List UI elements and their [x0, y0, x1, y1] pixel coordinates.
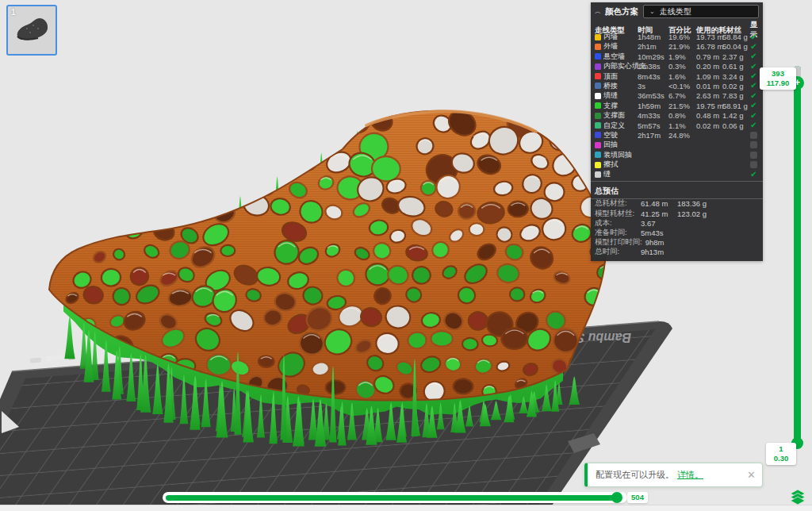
- total-value-2: 123.02 g: [677, 209, 707, 218]
- cell-wt: 7.83 g: [722, 91, 749, 100]
- display-checkbox-checked[interactable]: ✔: [750, 92, 756, 100]
- cell-pct: 0.3%: [668, 62, 696, 71]
- table-header: 走线类型 时间 百分比 使用的耗材丝 显示: [591, 20, 763, 32]
- total-row: 模型耗材丝:41.25 m123.02 g: [591, 209, 763, 218]
- total-label: 成本:: [595, 218, 641, 229]
- line-type-dropdown-value: 走线类型: [660, 6, 691, 17]
- upgrade-notification: 配置现在可以升级。 详情。 ✕: [584, 463, 763, 487]
- line-type-swatch: [595, 83, 601, 89]
- move-slider-value: 504: [627, 492, 648, 503]
- display-checkbox-unchecked[interactable]: [750, 132, 757, 139]
- total-value-1: 3.67: [641, 219, 677, 228]
- cell-time: 10m29s: [638, 52, 668, 61]
- line-type-row: 外墙2h1m21.9%16.78 m50.04 g✔: [591, 41, 763, 51]
- cell-len: 19.75 m: [696, 102, 722, 110]
- total-value-1: 9h8m: [645, 238, 682, 247]
- cell-pct: 21.9%: [668, 42, 696, 51]
- cell-wt: 0.06 g: [722, 121, 749, 130]
- color-scheme-panel: ︿ 颜色方案 ⌄ 走线类型 走线类型 时间 百分比 使用的耗材丝 显示 内墙1h…: [591, 2, 763, 261]
- line-type-label: 自定义: [603, 121, 625, 131]
- line-type-row: 装填回抽: [591, 150, 763, 159]
- plate-thumbnail-index: 1: [11, 8, 16, 17]
- line-type-label: 擦拭: [603, 159, 618, 170]
- cell-time: 1h59m: [638, 102, 668, 110]
- line-type-swatch: [595, 102, 601, 109]
- line-type-row: 支撑面4m33s0.8%0.48 m1.42 g✔: [591, 110, 763, 120]
- cell-time: 1h48m: [638, 33, 668, 41]
- cell-pct: 6.7%: [668, 91, 696, 100]
- cell-len: 0.20 m: [696, 62, 722, 71]
- display-checkbox-unchecked[interactable]: [750, 141, 757, 148]
- total-label: 模型打印时间:: [595, 237, 642, 248]
- top-layer-number: 393: [762, 69, 794, 79]
- notification-details-link[interactable]: 详情。: [677, 469, 703, 481]
- cell-pct: 19.6%: [668, 33, 696, 41]
- line-type-row: 缝✔: [591, 169, 763, 179]
- line-type-label: 顶面: [603, 71, 618, 82]
- line-type-label: 桥接: [603, 81, 618, 91]
- line-type-swatch: [595, 44, 601, 50]
- display-checkbox-checked[interactable]: ✔: [750, 82, 756, 90]
- display-checkbox-checked[interactable]: ✔: [750, 171, 756, 179]
- cell-time: 3s: [638, 82, 668, 90]
- cell-len: 2.63 m: [696, 91, 722, 100]
- display-checkbox-checked[interactable]: ✔: [750, 121, 756, 129]
- cell-time: 2h1m: [638, 42, 668, 51]
- close-icon[interactable]: ✕: [747, 470, 756, 480]
- cell-time: 5m57s: [638, 121, 668, 130]
- line-type-dropdown[interactable]: ⌄ 走线类型: [643, 5, 759, 18]
- display-checkbox-checked[interactable]: ✔: [750, 33, 756, 41]
- line-type-swatch: [595, 63, 601, 70]
- layers-icon[interactable]: [790, 489, 806, 505]
- line-type-label: 装填回抽: [603, 150, 632, 160]
- display-checkbox-checked[interactable]: ✔: [750, 63, 756, 71]
- plate-thumbnail[interactable]: 1: [6, 5, 57, 56]
- move-slider-handle[interactable]: [611, 492, 622, 503]
- line-type-label: 缝: [603, 169, 611, 179]
- cell-pct: 1.1%: [668, 121, 696, 130]
- line-type-label: 支撑: [603, 101, 618, 111]
- panel-header: ︿ 颜色方案 ⌄ 走线类型: [591, 2, 763, 20]
- collapse-icon[interactable]: ︿: [595, 7, 601, 16]
- bottom-layer-number: 1: [768, 444, 794, 454]
- line-type-swatch: [595, 93, 601, 99]
- line-type-row: 支撑1h59m21.5%19.75 m58.91 g✔: [591, 101, 763, 110]
- layer-slider-bottom-label: 1 0.30: [766, 443, 796, 465]
- display-checkbox-unchecked[interactable]: [750, 152, 757, 159]
- bottom-layer-height: 0.30: [768, 454, 794, 463]
- line-type-swatch: [595, 53, 601, 60]
- display-checkbox-checked[interactable]: ✔: [750, 43, 756, 51]
- layer-slider-track[interactable]: [794, 66, 801, 444]
- cell-wt: 50.04 g: [722, 42, 749, 51]
- total-value-2: 183.36 g: [677, 199, 707, 208]
- line-type-table: 内墙1h48m19.6%19.73 m58.84 g✔外墙2h1m21.9%16…: [591, 32, 763, 179]
- cell-time: 1m38s: [638, 62, 668, 71]
- display-checkbox-checked[interactable]: ✔: [750, 52, 756, 60]
- display-checkbox-checked[interactable]: ✔: [750, 72, 756, 80]
- line-type-swatch: [595, 113, 601, 119]
- line-type-label: 空驶: [603, 130, 618, 140]
- cell-wt: 58.84 g: [722, 33, 749, 41]
- cell-time: 8m43s: [638, 72, 668, 81]
- total-row: 准备时间:5m43s: [591, 228, 763, 237]
- line-type-row: 回抽: [591, 140, 763, 149]
- total-row: 总耗材丝:61.48 m183.36 g: [591, 199, 763, 209]
- move-slider-fill: [166, 495, 615, 501]
- display-checkbox-unchecked[interactable]: [750, 161, 757, 168]
- total-value-1: 9h13m: [641, 248, 677, 256]
- cell-wt: 3.24 g: [722, 72, 749, 81]
- cell-pct: 24.8%: [668, 131, 696, 140]
- display-checkbox-checked[interactable]: ✔: [750, 102, 756, 110]
- cell-time: 2h17m: [638, 131, 668, 140]
- total-row: 模型打印时间:9h8m: [591, 238, 763, 248]
- display-checkbox-checked[interactable]: ✔: [750, 112, 756, 120]
- total-row: 成本:3.67: [591, 218, 763, 228]
- top-layer-height: 117.90: [762, 79, 794, 88]
- line-type-label: 外墙: [603, 41, 618, 52]
- line-type-row: 自定义5m57s1.1%0.02 m0.06 g✔: [591, 121, 763, 130]
- cell-len: 1.09 m: [696, 72, 722, 81]
- line-type-label: 填缝: [603, 90, 618, 101]
- cell-len: 0.48 m: [696, 111, 722, 120]
- line-type-label: 回抽: [603, 140, 618, 150]
- cell-wt: 0.02 g: [722, 82, 749, 90]
